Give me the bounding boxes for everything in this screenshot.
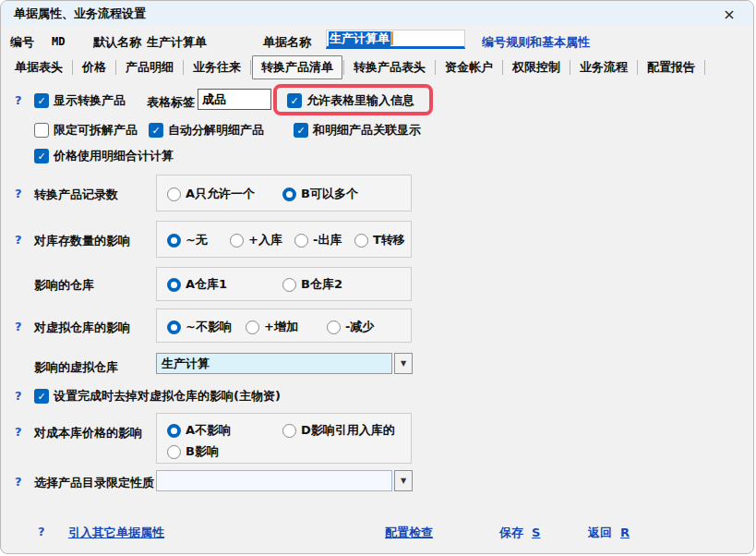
save-button[interactable]: 保存 S xyxy=(499,525,540,541)
radio-virtual-none[interactable]: ~不影响 xyxy=(167,319,232,335)
checkbox-price-use-detail-total[interactable]: ✓ 价格使用明细合计计算 xyxy=(34,148,174,164)
back-hotkey: R xyxy=(620,526,630,539)
radio-warehouse-1[interactable]: A仓库1 xyxy=(167,276,227,293)
tab-divider xyxy=(570,60,570,75)
radio-unselected-icon xyxy=(294,234,308,248)
help-icon[interactable]: ? xyxy=(15,320,22,333)
radio-warehouse-2[interactable]: B仓库2 xyxy=(282,276,342,293)
virtual-warehouse-combobox[interactable]: 生产计算 xyxy=(156,353,392,374)
tab-divider xyxy=(343,60,344,75)
chevron-down-icon: ▼ xyxy=(401,359,406,368)
checkbox-checked-icon: ✓ xyxy=(149,123,163,138)
doc-name-label: 单据名称 xyxy=(263,34,311,51)
checkbox-label: 允许表格里输入信息 xyxy=(306,92,414,109)
checkbox-checked-icon: ✓ xyxy=(294,123,308,138)
radio-cost-impact[interactable]: B影响 xyxy=(167,443,219,460)
close-icon[interactable]: × xyxy=(720,5,738,23)
tab-price[interactable]: 价格 xyxy=(74,56,114,79)
radio-only-one[interactable]: A只允许一个 xyxy=(167,186,255,202)
tab-doc-header[interactable]: 单据表头 xyxy=(6,56,71,79)
radio-cost-none[interactable]: A不影响 xyxy=(167,422,231,439)
tab-business[interactable]: 业务往来 xyxy=(185,56,249,79)
radio-selected-icon xyxy=(167,424,181,438)
radio-selected-icon xyxy=(167,320,181,334)
help-icon[interactable]: ? xyxy=(15,233,22,247)
radio-cost-ref-inbound[interactable]: D影响引用入库的 xyxy=(282,422,395,439)
radio-label: B可以多个 xyxy=(301,186,358,202)
save-hotkey: S xyxy=(532,526,540,539)
tab-config-report[interactable]: 配置报告 xyxy=(639,56,703,79)
config-check-link[interactable]: 配置检查 xyxy=(385,525,433,541)
radio-label: D影响引用入库的 xyxy=(301,422,395,439)
back-label: 返回 xyxy=(588,526,612,539)
radio-unselected-icon xyxy=(167,445,181,459)
titlebar: 单据属性、业务流程设置 × xyxy=(1,1,753,26)
table-tag-label: 表格标签 xyxy=(147,94,195,111)
help-icon[interactable]: ? xyxy=(15,187,22,200)
checkbox-label: 限定可拆解产品 xyxy=(54,122,138,139)
text-caret xyxy=(390,31,393,45)
help-icon[interactable]: ? xyxy=(15,425,22,439)
tab-convert-product-list[interactable]: 转换产品清单 xyxy=(252,55,342,79)
default-name-value: 生产计算单 xyxy=(147,34,207,51)
checkbox-checked-icon: ✓ xyxy=(34,389,49,404)
catalog-nature-combobox[interactable] xyxy=(156,470,392,491)
checkbox-limit-split-product[interactable]: 限定可拆解产品 xyxy=(34,122,138,139)
radio-unselected-icon xyxy=(282,278,296,292)
radio-label: -减少 xyxy=(345,319,374,335)
help-icon[interactable]: ? xyxy=(15,389,22,403)
back-button[interactable]: 返回 R xyxy=(588,525,630,541)
save-label: 保存 xyxy=(499,526,523,539)
help-icon[interactable]: ? xyxy=(38,525,45,538)
code-value: MD xyxy=(52,35,65,48)
tab-convert-product-header[interactable]: 转换产品表头 xyxy=(345,56,434,79)
catalog-nature-combo: ▼ xyxy=(156,470,413,491)
radio-unselected-icon xyxy=(246,320,259,334)
catalog-nature-label: 选择产品目录限定性质 xyxy=(34,475,154,491)
radio-label: +增加 xyxy=(264,319,298,335)
tab-permission[interactable]: 权限控制 xyxy=(504,56,569,79)
radio-unselected-icon xyxy=(327,320,341,334)
radio-stock-in[interactable]: +入库 xyxy=(230,232,282,248)
checkbox-allow-table-input[interactable]: ✓ 允许表格里输入信息 xyxy=(287,92,414,109)
tab-product-detail[interactable]: 产品明细 xyxy=(117,56,182,79)
checkbox-show-convert-product[interactable]: ✓ 显示转换产品 xyxy=(34,92,126,109)
dropdown-button[interactable]: ▼ xyxy=(394,353,413,374)
radio-virtual-increase[interactable]: +增加 xyxy=(246,319,298,335)
record-count-label: 转换产品记录数 xyxy=(34,187,118,203)
virtual-warehouse-combo: 生产计算 ▼ xyxy=(156,353,413,374)
default-name-label: 默认名称 xyxy=(93,34,141,51)
table-tag-input[interactable]: 成品 xyxy=(198,89,271,110)
warehouse-label: 影响的仓库 xyxy=(34,277,94,294)
radio-multiple[interactable]: B可以多个 xyxy=(282,186,358,202)
checkbox-remove-virtual-on-finish[interactable]: ✓ 设置完成时去掉对虚拟仓库的影响(主物资) xyxy=(34,388,281,405)
radio-selected-icon xyxy=(282,187,296,201)
import-properties-link[interactable]: 引入其它单据属性 xyxy=(68,525,164,541)
doc-name-selected-text: 生产计算单 xyxy=(329,31,390,46)
radio-selected-icon xyxy=(167,278,181,292)
radio-unselected-icon xyxy=(230,234,244,248)
help-icon[interactable]: ? xyxy=(15,93,22,107)
radio-virtual-decrease[interactable]: -减少 xyxy=(327,319,374,335)
doc-name-input[interactable]: 生产计算单 xyxy=(326,30,465,49)
radio-stock-out[interactable]: -出库 xyxy=(294,232,342,248)
radio-stock-transfer[interactable]: T转移 xyxy=(354,232,405,248)
checkbox-linked-display[interactable]: ✓ 和明细产品关联显示 xyxy=(294,122,421,139)
dropdown-button[interactable]: ▼ xyxy=(394,470,413,491)
help-icon[interactable]: ? xyxy=(15,475,22,489)
radio-label: +入库 xyxy=(248,232,282,248)
checkbox-auto-split-detail[interactable]: ✓ 自动分解明细产品 xyxy=(149,122,264,139)
radio-stock-none[interactable]: ~无 xyxy=(167,232,208,248)
radio-label: A仓库1 xyxy=(186,276,227,293)
numbering-rules-link[interactable]: 编号规则和基本属性 xyxy=(482,34,590,51)
tab-fund-account[interactable]: 资金帐户 xyxy=(437,56,501,79)
radio-label: A只允许一个 xyxy=(186,186,255,202)
tab-divider xyxy=(250,60,251,75)
checkbox-label: 设置完成时去掉对虚拟仓库的影响(主物资) xyxy=(54,388,281,405)
checkbox-label: 显示转换产品 xyxy=(54,92,126,109)
checkbox-label: 自动分解明细产品 xyxy=(168,122,264,139)
radio-label: T转移 xyxy=(373,232,405,248)
checkbox-label: 价格使用明细合计计算 xyxy=(54,148,174,164)
code-label: 编号 xyxy=(10,34,34,51)
tab-workflow[interactable]: 业务流程 xyxy=(571,56,636,79)
